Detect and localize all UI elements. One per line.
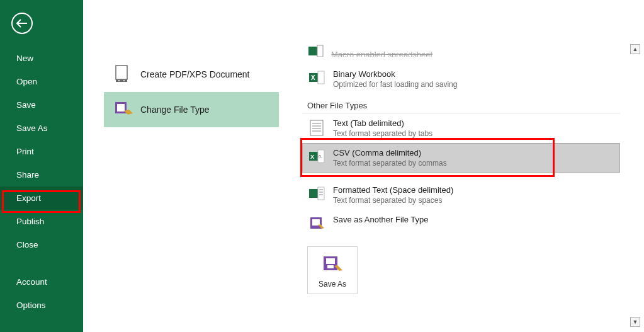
- backstage-sidebar: New Open Save Save As Print Share Export…: [0, 0, 83, 332]
- svg-rect-25: [327, 265, 334, 268]
- export-change-file-type[interactable]: Change File Type: [104, 92, 279, 127]
- outer-scroll-up[interactable]: ▲: [630, 44, 640, 54]
- outer-scroll-down[interactable]: ▼: [630, 317, 640, 327]
- menu-close[interactable]: Close: [0, 233, 83, 256]
- export-create-pdf[interactable]: Create PDF/XPS Document: [104, 57, 279, 92]
- section-other-file-types: Other File Types: [302, 97, 620, 113]
- excel-csv-icon: Xa,: [308, 148, 327, 167]
- excel-prn-icon: [308, 185, 327, 204]
- menu-account[interactable]: Account: [0, 270, 83, 294]
- filetype-csv[interactable]: Xa, CSV (Comma delimited) Text format se…: [302, 143, 620, 173]
- save-as-label: Save As: [308, 280, 357, 289]
- menu-share[interactable]: Share: [0, 163, 83, 186]
- filetype-text-tab[interactable]: Text (Tab delimited) Text format separat…: [302, 113, 620, 143]
- filetype-formatted-desc: Text format separated by spaces: [333, 196, 453, 205]
- menu-open[interactable]: Open: [0, 70, 83, 93]
- svg-rect-23: [312, 219, 320, 226]
- filetype-another[interactable]: Save as Another File Type: [302, 210, 620, 239]
- menu-publish[interactable]: Publish: [0, 210, 83, 233]
- filetype-formatted-text[interactable]: Formatted Text (Space delimited) Text fo…: [302, 180, 620, 210]
- svg-rect-5: [317, 45, 323, 57]
- svg-text:a,: a,: [319, 154, 322, 158]
- filetype-formatted-title: Formatted Text (Space delimited): [333, 185, 453, 195]
- menu-new[interactable]: New: [0, 47, 83, 70]
- menu-save[interactable]: Save: [0, 93, 83, 117]
- file-types-pane: Macro enabled spreadsheet X Binary Workb…: [302, 44, 620, 326]
- menu-save-as[interactable]: Save As: [0, 117, 83, 140]
- svg-rect-0: [116, 66, 127, 79]
- svg-rect-24: [326, 258, 335, 264]
- filetype-csv-desc: Text format separated by commas: [333, 159, 447, 168]
- export-options: Create PDF/XPS Document Change File Type: [104, 57, 279, 127]
- save-as-icon: [322, 255, 343, 273]
- filetype-text-tab-desc: Text format separated by tabs: [333, 129, 432, 138]
- filetype-another-title: Save as Another File Type: [333, 215, 429, 224]
- export-create-pdf-label: Create PDF/XPS Document: [140, 69, 250, 79]
- change-file-type-icon: [111, 98, 134, 121]
- filetype-binary-title: Binary Workbook: [333, 69, 457, 79]
- excel-binary-icon: X: [308, 69, 327, 88]
- svg-point-2: [123, 80, 125, 81]
- save-as-another-icon: [308, 215, 327, 234]
- content-area: Create PDF/XPS Document Change File Type…: [83, 0, 644, 332]
- back-button[interactable]: [11, 13, 33, 34]
- menu-options[interactable]: Options: [0, 294, 83, 317]
- filetype-csv-title: CSV (Comma delimited): [333, 148, 447, 157]
- menu-export[interactable]: Export: [0, 186, 83, 210]
- filetype-binary-desc: Optimized for fast loading and saving: [333, 80, 457, 89]
- svg-rect-9: [310, 120, 323, 135]
- svg-text:X: X: [310, 154, 314, 160]
- svg-rect-3: [117, 104, 125, 112]
- save-as-button[interactable]: Save As: [307, 246, 358, 294]
- text-file-icon: [308, 118, 327, 137]
- svg-text:X: X: [311, 74, 315, 81]
- svg-point-1: [118, 80, 120, 81]
- svg-rect-18: [309, 189, 318, 198]
- svg-rect-19: [318, 187, 324, 200]
- svg-rect-4: [308, 47, 317, 55]
- pdf-xps-icon: [111, 63, 134, 86]
- svg-rect-8: [318, 71, 324, 84]
- filetype-binary-workbook[interactable]: X Binary Workbook Optimized for fast loa…: [302, 64, 620, 94]
- menu-print[interactable]: Print: [0, 140, 83, 163]
- filetype-macro-title: Macro enabled spreadsheet: [331, 50, 432, 57]
- excel-macro-icon: [307, 44, 325, 57]
- filetype-text-tab-title: Text (Tab delimited): [333, 118, 432, 128]
- export-change-file-type-label: Change File Type: [140, 105, 209, 115]
